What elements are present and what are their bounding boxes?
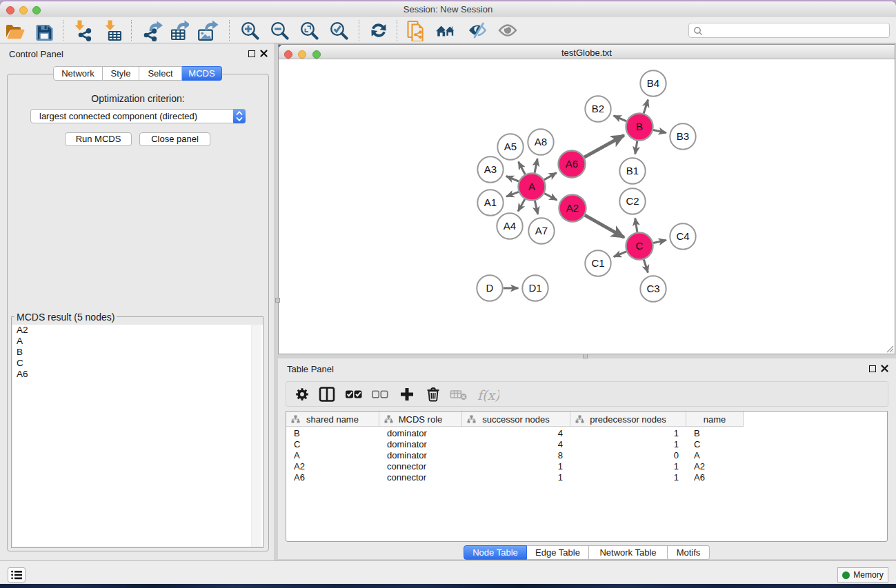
cell-shared-name[interactable]: B <box>286 428 372 438</box>
cell-MCDS-role[interactable]: dominator <box>379 428 455 438</box>
node-B1[interactable]: B1 <box>619 158 645 183</box>
node-A7[interactable]: A7 <box>528 218 554 243</box>
cell-shared-name[interactable]: A2 <box>286 461 372 472</box>
edge-A2-C[interactable] <box>585 215 624 237</box>
save-session-button[interactable] <box>34 19 56 41</box>
open-session-button[interactable] <box>4 19 26 41</box>
criterion-dropdown[interactable]: largest connected component (directed) <box>30 109 246 123</box>
table-row-A6[interactable]: A6connector11A6 <box>286 472 887 483</box>
column-header-MCDS-role[interactable]: MCDS role <box>379 412 462 427</box>
cell-name[interactable]: A <box>686 450 736 460</box>
run-mcds-button[interactable]: Run MCDS <box>65 132 132 146</box>
node-B2[interactable]: B2 <box>585 96 610 121</box>
zoom-in-button[interactable] <box>239 19 261 41</box>
cell-predecessor-nodes[interactable]: 1 <box>570 472 679 483</box>
result-list-item[interactable]: A2 <box>12 325 263 336</box>
cell-name[interactable]: A6 <box>686 472 736 483</box>
refresh-button[interactable] <box>368 19 390 41</box>
delete-table-button[interactable] <box>450 387 468 405</box>
edge-B-B3[interactable] <box>653 130 666 132</box>
zoom-selected-button[interactable] <box>328 19 350 41</box>
node-A1[interactable]: A1 <box>477 190 503 215</box>
node-A[interactable]: A <box>519 174 546 201</box>
export-image-button[interactable] <box>197 19 219 41</box>
cell-successor-nodes[interactable]: 1 <box>462 472 563 483</box>
column-header-predecessor-nodes[interactable]: predecessor nodes <box>570 412 686 427</box>
node-C1[interactable]: C1 <box>585 250 610 276</box>
edge-C-C1[interactable] <box>614 252 626 257</box>
export-table-button[interactable] <box>167 19 189 41</box>
edge-A-A3[interactable] <box>506 176 519 182</box>
table-row-A[interactable]: Adominator80A <box>286 449 887 460</box>
node-A5[interactable]: A5 <box>497 134 523 159</box>
node-C2[interactable]: C2 <box>619 188 645 214</box>
tab-node-table[interactable]: Node Table <box>464 545 527 560</box>
split-panel-button[interactable] <box>319 387 335 405</box>
result-list-item[interactable]: C <box>12 358 263 369</box>
tab-style[interactable]: Style <box>103 66 139 81</box>
edge-A-A5[interactable] <box>519 162 526 174</box>
cell-predecessor-nodes[interactable]: 1 <box>570 428 679 438</box>
node-B4[interactable]: B4 <box>640 70 666 96</box>
deselect-all-button[interactable] <box>371 387 388 405</box>
node-A8[interactable]: A8 <box>528 129 553 154</box>
cell-shared-name[interactable]: A6 <box>286 472 372 483</box>
edge-C-C3[interactable] <box>644 260 648 273</box>
table-row-B[interactable]: Bdominator41B <box>286 427 887 438</box>
node-A4[interactable]: A4 <box>497 213 522 239</box>
node-D[interactable]: D <box>477 275 502 301</box>
cell-MCDS-role[interactable]: dominator <box>379 439 455 449</box>
export-network-button[interactable] <box>141 19 163 41</box>
cell-MCDS-role[interactable]: connector <box>379 472 455 483</box>
result-list-item[interactable]: A <box>12 336 263 347</box>
table-options-button[interactable] <box>295 387 310 405</box>
zoom-out-button[interactable] <box>269 19 291 41</box>
network-graph-canvas[interactable]: AA6A2BCA5A8A3A1A4A7B2B4B3B1C2C4C1C3DD1 <box>279 60 895 354</box>
edge-B-B2[interactable] <box>614 116 627 121</box>
column-header-name[interactable]: name <box>686 412 744 427</box>
edge-B-B1[interactable] <box>635 141 637 154</box>
cell-predecessor-nodes[interactable]: 1 <box>570 461 679 472</box>
edge-A-A6[interactable] <box>544 173 557 180</box>
float-panel-icon[interactable] <box>248 50 255 57</box>
tab-mcds[interactable]: MCDS <box>182 66 222 81</box>
cell-successor-nodes[interactable]: 1 <box>462 461 563 472</box>
function-builder-button[interactable]: f(x) <box>476 387 499 406</box>
edge-A-A8[interactable] <box>535 159 537 173</box>
table-row-C[interactable]: Cdominator41C <box>286 438 887 449</box>
node-B3[interactable]: B3 <box>670 123 695 149</box>
node-A3[interactable]: A3 <box>477 156 503 182</box>
node-C4[interactable]: C4 <box>670 223 695 249</box>
import-network-button[interactable] <box>73 19 95 41</box>
cell-shared-name[interactable]: A <box>286 450 372 460</box>
node-B[interactable]: B <box>626 114 653 141</box>
close-panel-icon[interactable] <box>260 50 268 57</box>
node-C[interactable]: C <box>626 233 653 260</box>
cell-successor-nodes[interactable]: 8 <box>462 450 563 460</box>
column-header-successor-nodes[interactable]: successor nodes <box>462 412 570 427</box>
table-float-panel-icon[interactable] <box>869 365 876 372</box>
horizontal-splitter-handle[interactable] <box>583 354 588 358</box>
edge-A-A4[interactable] <box>518 199 525 212</box>
cell-name[interactable]: A2 <box>686 461 736 472</box>
clone-network-button[interactable] <box>405 19 427 41</box>
tab-select[interactable]: Select <box>139 66 182 81</box>
node-D1[interactable]: D1 <box>522 275 548 301</box>
close-panel-button[interactable]: Close panel <box>139 132 210 146</box>
cell-predecessor-nodes[interactable]: 1 <box>570 439 679 449</box>
resize-grip-icon[interactable] <box>886 345 894 353</box>
tab-network-table[interactable]: Network Table <box>589 545 668 560</box>
edge-A-A1[interactable] <box>506 192 519 196</box>
result-list-scrollbar[interactable] <box>251 325 261 547</box>
edge-C-C4[interactable] <box>653 240 666 243</box>
cell-shared-name[interactable]: C <box>286 439 372 449</box>
import-table-button[interactable] <box>103 19 125 41</box>
tab-network[interactable]: Network <box>53 66 103 81</box>
select-all-button[interactable] <box>345 387 362 405</box>
tab-edge-table[interactable]: Edge Table <box>527 545 589 560</box>
node-A6[interactable]: A6 <box>559 151 586 178</box>
edge-B-B4[interactable] <box>644 100 648 114</box>
edge-A-A2[interactable] <box>544 194 557 201</box>
show-all-button[interactable] <box>497 19 519 41</box>
vertical-splitter-handle[interactable] <box>275 298 280 303</box>
